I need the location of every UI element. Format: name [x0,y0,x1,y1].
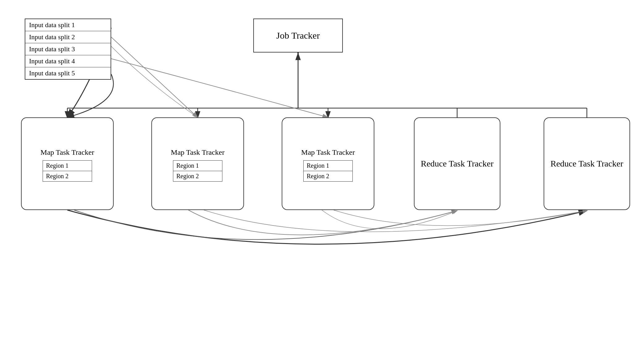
reduce-tracker-1-box: Reduce Task Tracker [414,117,500,210]
map-tracker-3-region-1: Region 1 [304,161,352,171]
map-tracker-1-region-1: Region 1 [43,161,92,171]
map-tracker-3-region-2: Region 2 [304,171,352,181]
diagram-container: Input data split 1 Input data split 2 In… [0,0,644,341]
split-item-2: Input data split 2 [25,31,111,43]
reduce-tracker-2-label: Reduce Task Tracker [550,158,623,169]
map-tracker-2-label: Map Task Tracker [171,148,225,157]
map-tracker-3-box: Map Task Tracker Region 1 Region 2 [282,117,374,210]
split-item-1: Input data split 1 [25,19,111,31]
map-tracker-2-region-1: Region 1 [173,161,222,171]
reduce-tracker-2-box: Reduce Task Tracker [544,117,630,210]
split-item-5: Input data split 5 [25,67,111,79]
map-tracker-1-region-2: Region 2 [43,171,92,181]
map-tracker-3-regions: Region 1 Region 2 [303,160,353,182]
map-tracker-1-label: Map Task Tracker [40,148,94,157]
split-item-4: Input data split 4 [25,55,111,67]
map-tracker-1-box: Map Task Tracker Region 1 Region 2 [21,117,114,210]
map-tracker-3-label: Map Task Tracker [301,148,355,157]
split-item-3: Input data split 3 [25,43,111,55]
job-tracker-label: Job Tracker [276,30,320,41]
input-splits-box: Input data split 1 Input data split 2 In… [25,19,111,80]
job-tracker-box: Job Tracker [253,19,343,53]
map-tracker-2-regions: Region 1 Region 2 [173,160,222,182]
map-tracker-2-region-2: Region 2 [173,171,222,181]
reduce-tracker-1-label: Reduce Task Tracker [421,158,493,169]
map-tracker-1-regions: Region 1 Region 2 [43,160,92,182]
map-tracker-2-box: Map Task Tracker Region 1 Region 2 [151,117,244,210]
